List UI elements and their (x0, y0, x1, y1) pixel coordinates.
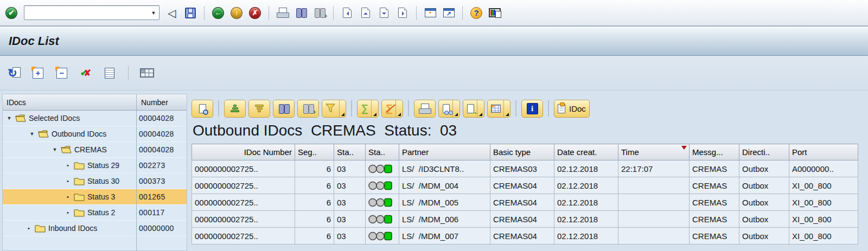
col-header-seg[interactable]: Seg.. (295, 144, 334, 160)
tree-item-status-30[interactable]: • Status 30 000373 (3, 173, 187, 189)
partner-cell[interactable]: LS/ /MDM_004 (399, 177, 490, 194)
sort-descending-button[interactable] (248, 100, 270, 118)
seg-cell[interactable]: 6 (295, 194, 334, 211)
port-cell[interactable]: XI_00_800 (789, 194, 858, 211)
help-button[interactable]: ? (468, 5, 484, 21)
command-dropdown-icon[interactable]: ▼ (150, 10, 157, 16)
status-cell[interactable]: 03 (334, 160, 366, 177)
refresh-button[interactable]: ↻ (5, 65, 23, 82)
find-button[interactable] (293, 5, 309, 21)
sum-dropdown-caret[interactable] (371, 100, 378, 118)
find-next-button-alv[interactable]: + (297, 100, 319, 118)
select-deselect-button[interactable]: ✔✘ (77, 65, 94, 82)
direction-cell[interactable]: Outbox (739, 211, 789, 228)
tree-item-cremas[interactable]: ▼ CREMAS 00004028 (3, 142, 187, 158)
col-header-idoc-number[interactable]: IDoc Number (192, 144, 295, 160)
partner-cell[interactable]: LS/ /MDM_007 (399, 228, 490, 244)
seg-cell[interactable]: 6 (295, 228, 334, 244)
message-type-cell[interactable]: CREMAS (690, 211, 739, 228)
col-header-status-light[interactable]: Sta.. (366, 144, 399, 160)
display-list-button[interactable] (101, 65, 118, 82)
exit-button[interactable]: ↑ (228, 5, 245, 21)
col-header-port[interactable]: Port (789, 144, 858, 160)
message-type-cell[interactable]: CREMAS (690, 228, 739, 244)
first-page-button[interactable] (339, 5, 355, 21)
tree-column-number[interactable]: Number (136, 94, 187, 110)
subtotal-dropdown-caret[interactable] (395, 100, 402, 118)
basic-type-cell[interactable]: CREMAS03 (490, 160, 554, 177)
status-light-cell[interactable] (366, 177, 399, 194)
date-created-cell[interactable]: 02.12.2018 (554, 177, 618, 194)
col-header-direction[interactable]: Directi.. (739, 144, 789, 160)
find-next-button[interactable]: + (311, 5, 328, 21)
command-collapse-button[interactable]: ◁ (164, 5, 180, 21)
status-light-cell[interactable] (366, 194, 399, 211)
message-type-cell[interactable]: CREMAS (690, 194, 739, 211)
col-header-status[interactable]: Sta.. (334, 144, 366, 160)
cancel-button[interactable]: ✗ (247, 5, 263, 21)
find-button-alv[interactable] (273, 100, 295, 118)
col-header-basic-type[interactable]: Basic type (490, 144, 554, 160)
time-cell[interactable]: 22:17:07 (618, 160, 690, 177)
tree-item-status-29[interactable]: • Status 29 002273 (3, 158, 187, 173)
create-shortcut-button[interactable]: ↗ (441, 5, 457, 21)
views-dropdown-caret[interactable] (452, 100, 459, 118)
display-hierarchy-button[interactable] (138, 65, 156, 82)
port-cell[interactable]: XI_00_800 (789, 177, 858, 194)
col-header-message-type[interactable]: Messg... (690, 144, 739, 160)
basic-type-cell[interactable]: CREMAS04 (490, 211, 554, 228)
col-header-date-created[interactable]: Date creat. (554, 144, 618, 160)
direction-cell[interactable]: Outbox (739, 160, 789, 177)
status-cell[interactable]: 03 (334, 194, 366, 211)
views-button[interactable] (438, 100, 460, 118)
basic-type-cell[interactable]: CREMAS04 (490, 194, 554, 211)
date-created-cell[interactable]: 02.12.2018 (554, 211, 618, 228)
idoc-number-cell[interactable]: 0000000002725.. (192, 177, 295, 194)
time-cell[interactable] (618, 228, 690, 244)
sum-button[interactable]: ∑ (357, 100, 379, 118)
basic-type-cell[interactable]: CREMAS04 (490, 228, 554, 244)
tree-item-inbound-idocs[interactable]: • Inbound IDocs 00000000 (3, 221, 187, 236)
tree-item-status-3[interactable]: • Status 3 001265 (3, 189, 187, 205)
seg-cell[interactable]: 6 (295, 211, 334, 228)
status-light-cell[interactable] (366, 160, 399, 177)
time-cell[interactable] (618, 194, 690, 211)
partner-cell[interactable]: LS/ /MDM_006 (399, 211, 490, 228)
next-page-button[interactable] (376, 5, 392, 21)
direction-cell[interactable]: Outbox (739, 228, 789, 244)
print-button-alv[interactable] (414, 100, 436, 118)
tree-item-outbound-idocs[interactable]: ▼ Outbound IDocs 00004028 (3, 126, 187, 142)
filter-dropdown-caret[interactable] (339, 100, 346, 118)
back-button[interactable]: ← (210, 5, 226, 21)
customize-layout-button[interactable] (487, 5, 503, 21)
filter-button[interactable] (322, 100, 346, 118)
partner-cell[interactable]: LS/ /ID3CLNT8.. (399, 160, 490, 177)
print-button[interactable] (275, 5, 291, 21)
detail-button[interactable] (192, 100, 213, 118)
status-cell[interactable]: 03 (334, 177, 366, 194)
status-cell[interactable]: 03 (334, 211, 366, 228)
direction-cell[interactable]: Outbox (739, 177, 789, 194)
subtotal-button[interactable]: ∑ (381, 100, 403, 118)
last-page-button[interactable] (394, 5, 411, 21)
time-cell[interactable] (618, 211, 690, 228)
col-header-partner[interactable]: Partner (399, 144, 490, 160)
port-cell[interactable]: XI_00_800 (789, 228, 858, 244)
port-cell[interactable]: A0000000.. (789, 160, 858, 177)
port-cell[interactable]: XI_00_800 (789, 211, 858, 228)
col-header-time[interactable]: Time (618, 144, 690, 160)
export-button[interactable]: → (463, 100, 484, 118)
enter-button[interactable]: ✔ (3, 5, 20, 21)
new-session-button[interactable]: * (422, 5, 438, 21)
message-type-cell[interactable]: CREMAS (690, 160, 739, 177)
command-field[interactable] (26, 7, 150, 18)
time-cell[interactable] (618, 177, 690, 194)
idoc-button[interactable]: IDoc (554, 100, 590, 118)
expand-node-button[interactable]: + (29, 65, 47, 82)
idoc-number-cell[interactable]: 0000000002725.. (192, 211, 295, 228)
choose-layout-button[interactable] (487, 100, 510, 118)
status-light-cell[interactable] (366, 228, 399, 244)
basic-type-cell[interactable]: CREMAS04 (490, 177, 554, 194)
idoc-number-cell[interactable]: 0000000002725.. (192, 228, 295, 244)
info-button[interactable]: i (521, 100, 543, 118)
